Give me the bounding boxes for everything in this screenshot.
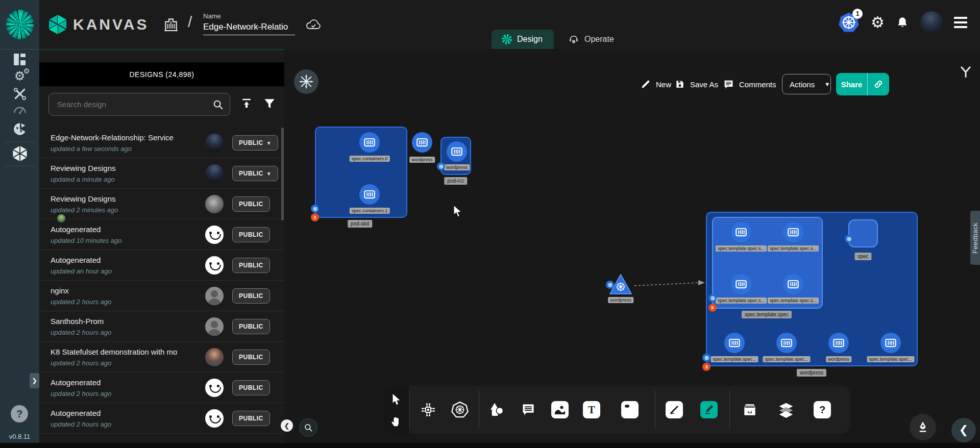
wordpress-deployment-group[interactable]: spec.template.spec.s... spec.template.sp… bbox=[706, 212, 918, 366]
select-tool[interactable] bbox=[386, 390, 406, 409]
new-design-button[interactable]: New bbox=[641, 73, 671, 95]
search-input[interactable] bbox=[49, 100, 212, 109]
design-name-field[interactable]: Name Edge-Network-Relatio bbox=[203, 12, 295, 35]
design-canvas[interactable]: New Save As Comments Actions ▼ Share bbox=[284, 49, 980, 448]
design-list-item[interactable]: Edge-Network-Relationship: Service updat… bbox=[39, 128, 284, 158]
note-tool[interactable] bbox=[620, 400, 640, 419]
visibility-badge[interactable]: PUBLIC bbox=[232, 350, 270, 365]
collapse-right-chevron[interactable]: ❮ bbox=[951, 418, 976, 442]
layer5-logo[interactable] bbox=[0, 0, 39, 49]
container-node[interactable] bbox=[783, 222, 803, 242]
menu-hamburger-icon[interactable] bbox=[954, 17, 967, 28]
error-badge[interactable]: 3 bbox=[702, 363, 710, 371]
design-list-item[interactable]: Reviewing Designs updated 2 minutes ago … bbox=[39, 189, 284, 219]
import-design-icon[interactable] bbox=[240, 97, 253, 110]
wordpress-node-label: wordpress bbox=[608, 297, 633, 303]
container-node[interactable] bbox=[359, 132, 380, 153]
zoom-button[interactable] bbox=[299, 418, 317, 437]
pod-skd-group[interactable]: spec.containers.0 wordpress spec.contain… bbox=[315, 127, 407, 218]
design-list-item[interactable]: Reviewing Designs updated a minute ago P… bbox=[39, 158, 284, 189]
container-node[interactable] bbox=[776, 333, 797, 353]
design-list-item[interactable]: Autogenerated updated an hour ago PUBLIC bbox=[39, 250, 284, 281]
whiteboard-pen-button[interactable] bbox=[910, 414, 936, 440]
pencil-icon bbox=[641, 79, 651, 89]
edge-connector[interactable] bbox=[633, 278, 706, 289]
visibility-badge[interactable]: PUBLIC bbox=[232, 380, 270, 395]
copy-link-icon[interactable] bbox=[868, 79, 889, 89]
share-button[interactable]: Share bbox=[836, 73, 889, 95]
help-button[interactable]: ? bbox=[11, 405, 28, 422]
feedback-tab[interactable]: Feedback bbox=[970, 211, 980, 265]
visibility-badge[interactable]: PUBLIC bbox=[232, 196, 270, 212]
tab-operate[interactable]: Operate bbox=[558, 30, 624, 49]
container-node[interactable] bbox=[724, 333, 745, 353]
container-node[interactable] bbox=[731, 222, 751, 242]
design-name-value[interactable]: Edge-Network-Relatio bbox=[203, 22, 295, 35]
visibility-badge[interactable]: PUBLIC bbox=[232, 411, 270, 426]
design-list-item[interactable]: Autogenerated updated 10 minutes ago PUB… bbox=[39, 219, 284, 250]
user-avatar[interactable] bbox=[920, 11, 943, 34]
comments-button[interactable]: Comments bbox=[723, 73, 776, 95]
annotation-tool[interactable] bbox=[519, 400, 538, 419]
design-list-item[interactable]: K8 Statefulset demonstration with mo upd… bbox=[39, 342, 284, 372]
nav-extensions-icon[interactable] bbox=[0, 122, 39, 136]
nav-lifecycle-icon[interactable]: ⚙⚙ bbox=[0, 70, 39, 82]
nav-performance-icon[interactable] bbox=[0, 104, 39, 115]
actions-button[interactable]: Actions ▼ bbox=[782, 74, 831, 94]
spec-template-spec-group[interactable]: spec.template.spec.s... spec.template.sp… bbox=[712, 217, 823, 309]
visibility-select[interactable]: PUBLIC▼ bbox=[232, 166, 278, 181]
pan-tool[interactable] bbox=[386, 412, 406, 431]
tab-design[interactable]: Design bbox=[492, 30, 554, 49]
wordpress-service-node[interactable] bbox=[609, 273, 632, 297]
visibility-badge[interactable]: PUBLIC bbox=[232, 227, 270, 242]
spec-node[interactable] bbox=[848, 219, 878, 247]
container-node[interactable] bbox=[783, 274, 803, 294]
notifications-bell-icon[interactable] bbox=[896, 15, 909, 30]
container-node[interactable] bbox=[731, 274, 751, 294]
layers-tool[interactable] bbox=[776, 400, 796, 419]
visibility-badge[interactable]: PUBLIC bbox=[232, 319, 270, 334]
list-scrollbar[interactable] bbox=[281, 128, 284, 220]
container-node[interactable] bbox=[880, 333, 901, 353]
design-list-item[interactable]: Santhosh-Prom updated 2 hours ago PUBLIC bbox=[39, 311, 284, 342]
design-list-item[interactable]: Autogenerated updated 2 hours ago PUBLIC bbox=[39, 403, 284, 434]
pen-tool[interactable] bbox=[665, 400, 684, 419]
freehand-draw-tool[interactable] bbox=[699, 400, 719, 419]
design-logo-button[interactable] bbox=[294, 69, 318, 94]
kanvas-logo[interactable]: KANVAS bbox=[48, 14, 149, 35]
kubernetes-tool[interactable] bbox=[450, 400, 470, 419]
archive-tool[interactable] bbox=[740, 400, 760, 419]
text-tool[interactable]: T bbox=[582, 400, 601, 419]
container-label: spec.template.spec.s... bbox=[768, 245, 819, 252]
visibility-select[interactable]: PUBLIC▼ bbox=[232, 135, 278, 151]
actions-dropdown-caret[interactable]: ▼ bbox=[820, 81, 835, 87]
filter-icon[interactable] bbox=[263, 97, 276, 110]
pod-rcc-group[interactable]: wordpress bbox=[440, 137, 471, 175]
container-node[interactable] bbox=[828, 333, 849, 353]
collapse-panel-chevron[interactable]: ❮ bbox=[281, 419, 293, 432]
kubernetes-context-switcher[interactable]: 1 bbox=[838, 12, 860, 33]
components-tool[interactable] bbox=[419, 400, 438, 419]
container-node[interactable] bbox=[359, 184, 380, 205]
image-tool[interactable] bbox=[550, 400, 570, 419]
design-search[interactable] bbox=[48, 93, 230, 116]
nav-dashboard-icon[interactable] bbox=[0, 54, 39, 65]
save-as-button[interactable]: Save As bbox=[675, 73, 718, 95]
dock-help-tool[interactable]: ? bbox=[813, 400, 832, 419]
design-list-item[interactable]: nginx updated 2 hours ago PUBLIC bbox=[39, 281, 284, 311]
expand-panel-chevron[interactable]: ❯ bbox=[30, 373, 39, 388]
error-badge[interactable]: 5 bbox=[708, 304, 717, 312]
nav-configuration-icon[interactable] bbox=[0, 87, 39, 101]
design-list-item[interactable]: Autogenerated updated 2 hours ago PUBLIC bbox=[39, 372, 284, 403]
search-icon[interactable] bbox=[212, 99, 224, 110]
nav-kanvas-icon[interactable] bbox=[0, 145, 39, 162]
version-branch-icon[interactable] bbox=[959, 64, 973, 79]
organization-icon[interactable] bbox=[162, 16, 180, 33]
container-node[interactable] bbox=[447, 141, 467, 162]
error-badge[interactable]: 2 bbox=[311, 213, 319, 221]
visibility-badge[interactable]: PUBLIC bbox=[232, 258, 270, 273]
settings-gear-icon[interactable]: ⚙ bbox=[871, 15, 885, 30]
container-node[interactable] bbox=[412, 132, 432, 153]
visibility-badge[interactable]: PUBLIC bbox=[232, 288, 270, 304]
shapes-tool[interactable] bbox=[487, 400, 506, 419]
